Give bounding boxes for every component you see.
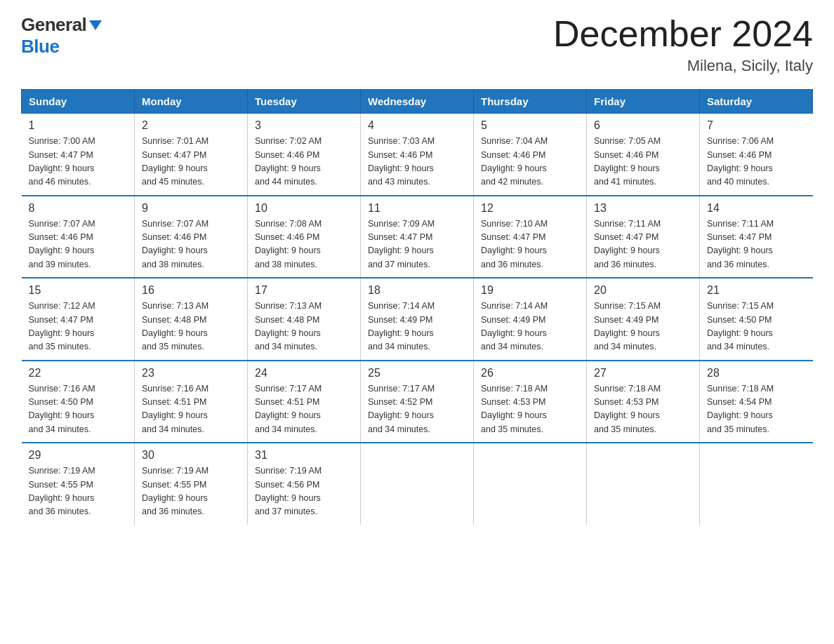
day-info: Sunrise: 7:10 AMSunset: 4:47 PMDaylight:… bbox=[481, 217, 579, 272]
logo-blue-text: Blue bbox=[21, 36, 59, 58]
calendar-cell: 28Sunrise: 7:18 AMSunset: 4:54 PMDayligh… bbox=[700, 361, 813, 443]
day-number: 22 bbox=[29, 367, 128, 380]
day-number: 8 bbox=[29, 202, 128, 215]
day-number: 14 bbox=[707, 202, 806, 215]
week-row-1: 1Sunrise: 7:00 AMSunset: 4:47 PMDaylight… bbox=[22, 114, 813, 196]
day-number: 5 bbox=[481, 119, 579, 132]
week-row-3: 15Sunrise: 7:12 AMSunset: 4:47 PMDayligh… bbox=[22, 278, 813, 361]
day-number: 19 bbox=[481, 284, 579, 297]
calendar-cell: 16Sunrise: 7:13 AMSunset: 4:48 PMDayligh… bbox=[135, 278, 248, 361]
title-block: December 2024 Milena, Sicily, Italy bbox=[553, 14, 813, 75]
day-number: 16 bbox=[142, 284, 240, 297]
page-header: General Blue December 2024 Milena, Sicil… bbox=[21, 14, 813, 75]
calendar-cell: 6Sunrise: 7:05 AMSunset: 4:46 PMDaylight… bbox=[587, 114, 700, 196]
day-info: Sunrise: 7:00 AMSunset: 4:47 PMDaylight:… bbox=[29, 135, 128, 189]
month-title: December 2024 bbox=[553, 14, 813, 54]
day-info: Sunrise: 7:02 AMSunset: 4:46 PMDaylight:… bbox=[255, 135, 353, 189]
column-header-monday: Monday bbox=[135, 90, 248, 114]
day-info: Sunrise: 7:07 AMSunset: 4:46 PMDaylight:… bbox=[29, 217, 128, 272]
calendar-cell: 12Sunrise: 7:10 AMSunset: 4:47 PMDayligh… bbox=[474, 196, 587, 279]
calendar-cell: 2Sunrise: 7:01 AMSunset: 4:47 PMDaylight… bbox=[135, 114, 248, 196]
day-info: Sunrise: 7:07 AMSunset: 4:46 PMDaylight:… bbox=[142, 217, 240, 272]
day-info: Sunrise: 7:04 AMSunset: 4:46 PMDaylight:… bbox=[481, 135, 579, 189]
calendar-table: SundayMondayTuesdayWednesdayThursdayFrid… bbox=[21, 89, 813, 525]
day-info: Sunrise: 7:19 AMSunset: 4:55 PMDaylight:… bbox=[29, 464, 128, 519]
calendar-header-row: SundayMondayTuesdayWednesdayThursdayFrid… bbox=[22, 90, 813, 114]
calendar-cell: 11Sunrise: 7:09 AMSunset: 4:47 PMDayligh… bbox=[361, 196, 474, 279]
calendar-cell: 4Sunrise: 7:03 AMSunset: 4:46 PMDaylight… bbox=[361, 114, 474, 196]
day-number: 4 bbox=[368, 119, 466, 132]
day-info: Sunrise: 7:16 AMSunset: 4:50 PMDaylight:… bbox=[29, 382, 128, 437]
calendar-cell: 24Sunrise: 7:17 AMSunset: 4:51 PMDayligh… bbox=[248, 361, 361, 443]
week-row-2: 8Sunrise: 7:07 AMSunset: 4:46 PMDaylight… bbox=[22, 196, 813, 279]
calendar-cell bbox=[474, 443, 587, 525]
calendar-cell: 31Sunrise: 7:19 AMSunset: 4:56 PMDayligh… bbox=[248, 443, 361, 525]
calendar-cell bbox=[361, 443, 474, 525]
week-row-4: 22Sunrise: 7:16 AMSunset: 4:50 PMDayligh… bbox=[22, 361, 813, 443]
day-info: Sunrise: 7:03 AMSunset: 4:46 PMDaylight:… bbox=[368, 135, 466, 189]
day-number: 25 bbox=[368, 367, 466, 380]
day-info: Sunrise: 7:16 AMSunset: 4:51 PMDaylight:… bbox=[142, 382, 240, 437]
day-number: 1 bbox=[29, 119, 128, 132]
day-number: 23 bbox=[142, 367, 240, 380]
day-info: Sunrise: 7:01 AMSunset: 4:47 PMDaylight:… bbox=[142, 135, 240, 189]
column-header-wednesday: Wednesday bbox=[361, 90, 474, 114]
calendar-cell: 3Sunrise: 7:02 AMSunset: 4:46 PMDaylight… bbox=[248, 114, 361, 196]
day-info: Sunrise: 7:05 AMSunset: 4:46 PMDaylight:… bbox=[594, 135, 692, 189]
day-info: Sunrise: 7:17 AMSunset: 4:51 PMDaylight:… bbox=[255, 382, 353, 437]
day-info: Sunrise: 7:14 AMSunset: 4:49 PMDaylight:… bbox=[481, 300, 579, 354]
day-number: 3 bbox=[255, 119, 353, 132]
day-info: Sunrise: 7:09 AMSunset: 4:47 PMDaylight:… bbox=[368, 217, 466, 272]
calendar-cell: 21Sunrise: 7:15 AMSunset: 4:50 PMDayligh… bbox=[700, 278, 813, 361]
day-info: Sunrise: 7:13 AMSunset: 4:48 PMDaylight:… bbox=[255, 300, 353, 354]
calendar-cell: 29Sunrise: 7:19 AMSunset: 4:55 PMDayligh… bbox=[22, 443, 135, 525]
day-number: 9 bbox=[142, 202, 240, 215]
day-number: 30 bbox=[142, 449, 240, 462]
day-number: 29 bbox=[29, 449, 128, 462]
day-number: 28 bbox=[707, 367, 806, 380]
day-number: 27 bbox=[594, 367, 692, 380]
calendar-cell: 15Sunrise: 7:12 AMSunset: 4:47 PMDayligh… bbox=[22, 278, 135, 361]
day-number: 20 bbox=[594, 284, 692, 297]
day-number: 7 bbox=[707, 119, 806, 132]
day-number: 12 bbox=[481, 202, 579, 215]
day-number: 18 bbox=[368, 284, 466, 297]
day-number: 13 bbox=[594, 202, 692, 215]
calendar-cell: 27Sunrise: 7:18 AMSunset: 4:53 PMDayligh… bbox=[587, 361, 700, 443]
day-number: 2 bbox=[142, 119, 240, 132]
day-info: Sunrise: 7:06 AMSunset: 4:46 PMDaylight:… bbox=[707, 135, 806, 189]
day-info: Sunrise: 7:15 AMSunset: 4:50 PMDaylight:… bbox=[707, 300, 806, 354]
calendar-cell: 9Sunrise: 7:07 AMSunset: 4:46 PMDaylight… bbox=[135, 196, 248, 279]
day-number: 17 bbox=[255, 284, 353, 297]
day-info: Sunrise: 7:08 AMSunset: 4:46 PMDaylight:… bbox=[255, 217, 353, 272]
day-number: 6 bbox=[594, 119, 692, 132]
calendar-cell: 8Sunrise: 7:07 AMSunset: 4:46 PMDaylight… bbox=[22, 196, 135, 279]
day-number: 21 bbox=[707, 284, 806, 297]
location-subtitle: Milena, Sicily, Italy bbox=[553, 57, 813, 75]
calendar-cell: 30Sunrise: 7:19 AMSunset: 4:55 PMDayligh… bbox=[135, 443, 248, 525]
calendar-cell: 20Sunrise: 7:15 AMSunset: 4:49 PMDayligh… bbox=[587, 278, 700, 361]
calendar-cell: 26Sunrise: 7:18 AMSunset: 4:53 PMDayligh… bbox=[474, 361, 587, 443]
day-info: Sunrise: 7:17 AMSunset: 4:52 PMDaylight:… bbox=[368, 382, 466, 437]
calendar-cell bbox=[700, 443, 813, 525]
calendar-cell bbox=[587, 443, 700, 525]
calendar-cell: 1Sunrise: 7:00 AMSunset: 4:47 PMDaylight… bbox=[22, 114, 135, 196]
day-info: Sunrise: 7:18 AMSunset: 4:53 PMDaylight:… bbox=[481, 382, 579, 437]
calendar-cell: 5Sunrise: 7:04 AMSunset: 4:46 PMDaylight… bbox=[474, 114, 587, 196]
day-info: Sunrise: 7:19 AMSunset: 4:56 PMDaylight:… bbox=[255, 464, 353, 519]
day-info: Sunrise: 7:11 AMSunset: 4:47 PMDaylight:… bbox=[594, 217, 692, 272]
day-number: 10 bbox=[255, 202, 353, 215]
column-header-saturday: Saturday bbox=[700, 90, 813, 114]
day-number: 24 bbox=[255, 367, 353, 380]
day-info: Sunrise: 7:19 AMSunset: 4:55 PMDaylight:… bbox=[142, 464, 240, 519]
column-header-thursday: Thursday bbox=[474, 90, 587, 114]
calendar-cell: 17Sunrise: 7:13 AMSunset: 4:48 PMDayligh… bbox=[248, 278, 361, 361]
column-header-tuesday: Tuesday bbox=[248, 90, 361, 114]
logo: General Blue bbox=[21, 14, 102, 58]
calendar-cell: 18Sunrise: 7:14 AMSunset: 4:49 PMDayligh… bbox=[361, 278, 474, 361]
day-number: 11 bbox=[368, 202, 466, 215]
day-number: 15 bbox=[29, 284, 128, 297]
calendar-cell: 14Sunrise: 7:11 AMSunset: 4:47 PMDayligh… bbox=[700, 196, 813, 279]
day-number: 26 bbox=[481, 367, 579, 380]
day-info: Sunrise: 7:12 AMSunset: 4:47 PMDaylight:… bbox=[29, 300, 128, 354]
